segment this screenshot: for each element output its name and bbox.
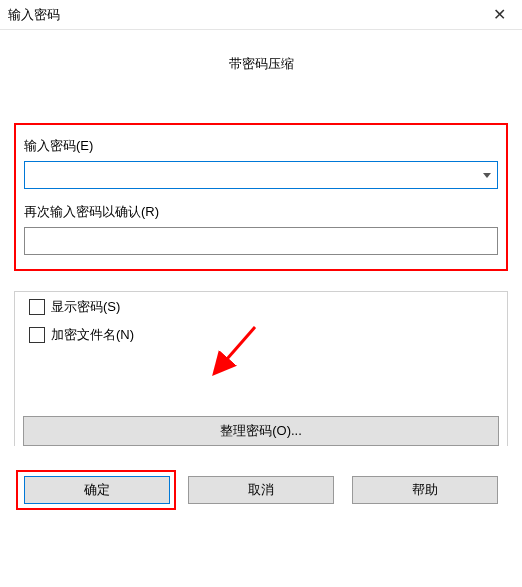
help-button[interactable]: 帮助: [352, 476, 498, 504]
svg-line-1: [220, 327, 255, 367]
encrypt-filenames-checkbox[interactable]: [29, 327, 45, 343]
dialog-body: 带密码压缩 输入密码(E) 再次输入密码以确认(R) 显示密码(S) 加密文件名…: [0, 30, 522, 514]
titlebar: 输入密码 ✕: [0, 0, 522, 30]
confirm-password-input[interactable]: [24, 227, 498, 255]
ok-button[interactable]: 确定: [24, 476, 170, 504]
close-button[interactable]: ✕: [484, 0, 514, 30]
cancel-button[interactable]: 取消: [188, 476, 334, 504]
options-section: 显示密码(S) 加密文件名(N) 整理密码(O)...: [14, 291, 508, 446]
confirm-password-label: 再次输入密码以确认(R): [24, 203, 498, 221]
close-icon: ✕: [493, 5, 506, 24]
arrow-icon: [205, 322, 265, 382]
encrypt-filenames-label: 加密文件名(N): [51, 326, 134, 344]
chevron-down-icon: [483, 173, 491, 178]
window-title: 输入密码: [8, 6, 60, 24]
button-row: 确定 取消 帮助: [10, 446, 512, 504]
password-section-highlight: 输入密码(E) 再次输入密码以确认(R): [14, 123, 508, 271]
show-password-checkbox[interactable]: [29, 299, 45, 315]
password-label: 输入密码(E): [24, 137, 498, 155]
show-password-label: 显示密码(S): [51, 298, 120, 316]
show-password-row: 显示密码(S): [29, 298, 493, 316]
organize-passwords-button[interactable]: 整理密码(O)...: [23, 416, 499, 446]
password-input[interactable]: [24, 161, 498, 189]
dialog-subtitle: 带密码压缩: [10, 55, 512, 73]
